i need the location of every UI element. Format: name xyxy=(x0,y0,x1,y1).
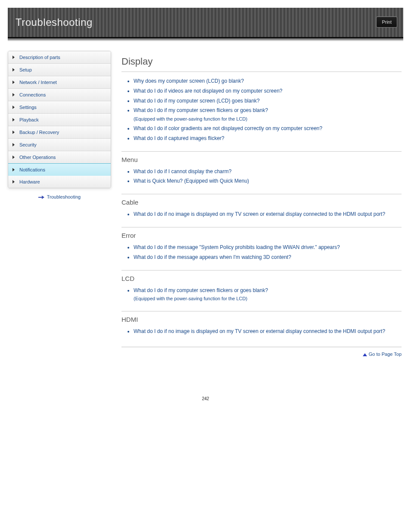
go-to-top-label: Go to Page Top xyxy=(369,352,402,357)
section-list: What do I do if no image is displayed on… xyxy=(134,209,402,219)
header-title: Troubleshooting xyxy=(8,8,403,28)
footer-row: Go to Page Top xyxy=(121,347,402,358)
sidebar-item-label: Notifications xyxy=(19,167,45,172)
section-list: Why does my computer screen (LCD) go bla… xyxy=(134,76,402,143)
sidebar-item-label: Setup xyxy=(19,67,32,72)
sidebar-link-label: Troubleshooting xyxy=(47,194,81,199)
topic-link[interactable]: What do I do if my computer screen flick… xyxy=(134,106,402,124)
topic-subtitle: (Equipped with the power-saving function… xyxy=(134,115,402,124)
page-number: 242 xyxy=(8,396,403,401)
topic-subtitle: (Equipped with the power-saving function… xyxy=(134,294,402,303)
section-title: Cable xyxy=(121,199,402,206)
chevron-right-icon xyxy=(12,81,15,84)
sidebar-item[interactable]: Setup xyxy=(8,64,111,76)
sidebar-nav: Description of partsSetupNetwork / Inter… xyxy=(8,51,111,188)
sidebar-item-label: Network / Internet xyxy=(19,80,57,85)
section: LCDWhat do I do if my computer screen fl… xyxy=(121,270,402,311)
sidebar-item-label: Other Operations xyxy=(19,155,56,160)
topic-link[interactable]: What do I do if no image is displayed on… xyxy=(134,327,402,336)
sidebar-item[interactable]: Settings xyxy=(8,101,111,114)
chevron-right-icon xyxy=(12,168,15,171)
chevron-right-icon xyxy=(12,56,15,59)
chevron-right-icon xyxy=(12,131,15,134)
topic-link[interactable]: Why does my computer screen (LCD) go bla… xyxy=(134,76,402,86)
sidebar-item[interactable]: Connections xyxy=(8,89,111,101)
sidebar-item-label: Connections xyxy=(19,92,46,97)
chevron-right-icon xyxy=(12,93,15,96)
go-to-top-link[interactable]: Go to Page Top xyxy=(363,352,402,357)
section: MenuWhat do I do if I cannot display the… xyxy=(121,151,402,194)
topic-link[interactable]: What do I do if captured images flicker? xyxy=(134,134,402,143)
section-list: What do I do if my computer screen flick… xyxy=(134,286,402,304)
arrow-right-icon xyxy=(38,196,44,199)
chevron-right-icon xyxy=(12,118,15,121)
topic-link[interactable]: What is Quick Menu? (Equipped with Quick… xyxy=(134,176,402,186)
page-title: Display xyxy=(121,56,402,67)
chevron-right-icon xyxy=(12,156,15,159)
sidebar-item[interactable]: Security xyxy=(8,139,111,151)
section-title: HDMI xyxy=(121,316,402,323)
sidebar-item[interactable]: Network / Internet xyxy=(8,76,111,89)
sidebar-item[interactable]: Other Operations xyxy=(8,151,111,164)
header-band: Troubleshooting Print xyxy=(8,8,403,38)
topic-link[interactable]: What do I do if my computer screen flick… xyxy=(134,286,402,304)
sidebar-item-label: Description of parts xyxy=(19,55,60,60)
section-list: What do I do if no image is displayed on… xyxy=(134,327,402,336)
sidebar-item[interactable]: Playback xyxy=(8,114,111,126)
sidebar-item[interactable]: Notifications xyxy=(8,163,111,176)
topic-link[interactable]: What do I do if the message appears when… xyxy=(134,252,402,262)
sidebar-item[interactable]: Backup / Recovery xyxy=(8,126,111,139)
topic-link[interactable]: What do I do if the message "System Poli… xyxy=(134,243,402,252)
topic-link[interactable]: What do I do if my computer screen (LCD)… xyxy=(134,96,402,106)
section-title: Error xyxy=(121,232,402,239)
section-title: Menu xyxy=(121,156,402,163)
section: HDMIWhat do I do if no image is displaye… xyxy=(121,311,402,344)
topic-link[interactable]: What do I do if no image is displayed on… xyxy=(134,209,402,219)
topic-link[interactable]: What do I do if videos are not displayed… xyxy=(134,86,402,96)
sidebar-item-label: Playback xyxy=(19,117,39,122)
main-content: Display Why does my computer screen (LCD… xyxy=(121,51,403,358)
sidebar-item-label: Settings xyxy=(19,105,37,110)
triangle-up-icon xyxy=(363,353,367,356)
sidebar-item[interactable]: Hardware xyxy=(8,176,111,188)
sidebar-item-label: Security xyxy=(19,142,37,147)
section: CableWhat do I do if no image is display… xyxy=(121,194,402,227)
section-list: What do I do if I cannot display the cha… xyxy=(134,167,402,187)
topic-link[interactable]: What do I do if I cannot display the cha… xyxy=(134,167,402,177)
chevron-right-icon xyxy=(12,143,15,146)
sidebar-item[interactable]: Description of parts xyxy=(8,51,111,64)
sidebar-item-label: Backup / Recovery xyxy=(19,130,59,135)
print-button[interactable]: Print xyxy=(376,16,397,28)
topic-link[interactable]: What do I do if color gradients are not … xyxy=(134,124,402,134)
section-list: What do I do if the message "System Poli… xyxy=(134,243,402,262)
section: Why does my computer screen (LCD) go bla… xyxy=(121,72,402,151)
chevron-right-icon xyxy=(12,180,15,184)
sidebar-troubleshooting-link[interactable]: Troubleshooting xyxy=(8,194,111,199)
section: ErrorWhat do I do if the message "System… xyxy=(121,227,402,270)
chevron-right-icon xyxy=(12,106,15,109)
sidebar: Description of partsSetupNetwork / Inter… xyxy=(8,51,111,358)
chevron-right-icon xyxy=(12,68,15,72)
sidebar-item-label: Hardware xyxy=(19,179,40,184)
section-title: LCD xyxy=(121,275,402,282)
